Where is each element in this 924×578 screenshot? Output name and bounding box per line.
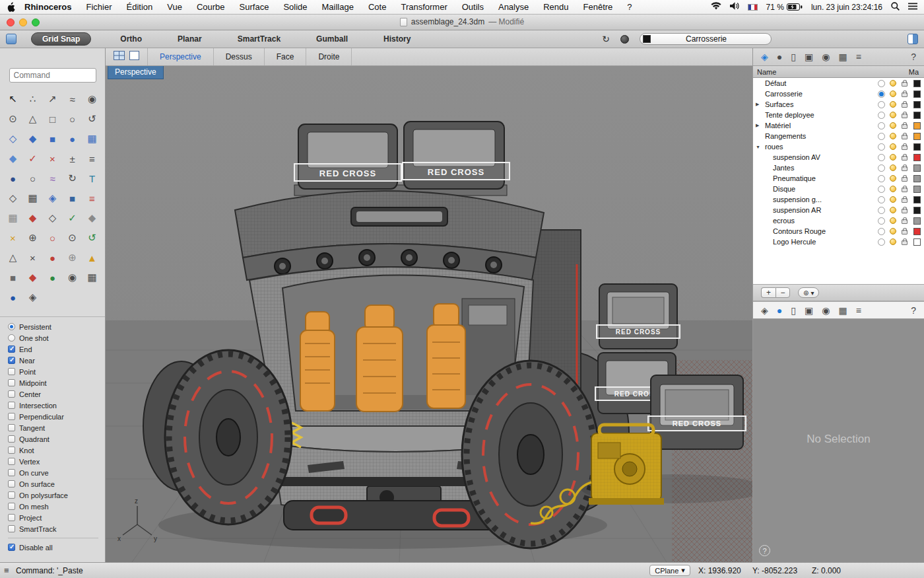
battery-indicator[interactable]: 71 % bbox=[766, 3, 803, 12]
tool-icon[interactable]: ▦ bbox=[82, 129, 102, 149]
menu-item[interactable]: Courbe bbox=[197, 2, 225, 12]
tool-icon[interactable]: ○ bbox=[23, 168, 43, 188]
panel-tab-icon[interactable]: ? bbox=[911, 306, 916, 315]
tool-icon[interactable]: ■ bbox=[3, 268, 23, 287]
tool-icon[interactable]: ✓ bbox=[23, 149, 43, 168]
panel-toggle-icon[interactable] bbox=[6, 34, 16, 44]
lock-icon[interactable] bbox=[902, 240, 908, 245]
menu-item[interactable]: Édition bbox=[127, 2, 153, 12]
current-layer-radio[interactable] bbox=[878, 186, 885, 193]
visibility-bulb-icon[interactable] bbox=[890, 143, 896, 150]
visibility-bulb-icon[interactable] bbox=[890, 164, 896, 171]
checkbox[interactable] bbox=[8, 368, 15, 375]
current-layer-radio[interactable] bbox=[878, 154, 885, 161]
lock-icon[interactable] bbox=[902, 135, 908, 139]
right-panel-toggle-icon[interactable] bbox=[908, 34, 918, 44]
osnap-option[interactable]: Vertex bbox=[8, 456, 105, 467]
osnap-option[interactable]: End bbox=[8, 343, 105, 355]
viewport-3d[interactable]: Perspective bbox=[106, 66, 752, 562]
checkbox[interactable] bbox=[8, 447, 15, 454]
lock-icon[interactable] bbox=[902, 188, 908, 192]
checkbox[interactable] bbox=[8, 379, 15, 386]
lock-icon[interactable] bbox=[902, 124, 908, 129]
lock-icon[interactable] bbox=[902, 209, 908, 213]
visibility-bulb-icon[interactable] bbox=[890, 101, 896, 108]
current-layer-radio[interactable] bbox=[878, 101, 885, 108]
current-layer-radio[interactable] bbox=[878, 133, 885, 140]
spotlight-icon[interactable] bbox=[891, 2, 900, 13]
checkbox[interactable] bbox=[8, 345, 15, 353]
menu-item[interactable]: Maillage bbox=[322, 2, 354, 12]
tool-icon[interactable]: T bbox=[82, 168, 102, 188]
disclosure-triangle-icon[interactable]: ▶ bbox=[756, 102, 762, 107]
front-left-wheel[interactable] bbox=[165, 350, 292, 524]
panel-tab-icon[interactable]: ▦ bbox=[838, 306, 847, 315]
seats[interactable] bbox=[300, 304, 465, 412]
tool-icon[interactable]: ± bbox=[63, 149, 82, 168]
osnap-option[interactable]: Near bbox=[8, 355, 105, 366]
layer-color-swatch[interactable] bbox=[913, 90, 921, 98]
tool-icon[interactable]: ◇ bbox=[3, 188, 23, 208]
menu-app-name[interactable]: Rhinoceros bbox=[24, 2, 72, 12]
visibility-bulb-icon[interactable] bbox=[890, 186, 896, 192]
osnap-option[interactable]: Knot bbox=[8, 445, 105, 456]
checkbox[interactable] bbox=[8, 491, 15, 499]
menu-item[interactable]: Fenêtre bbox=[583, 2, 613, 12]
tool-icon[interactable]: △ bbox=[3, 248, 23, 268]
checkbox[interactable] bbox=[8, 503, 15, 510]
visibility-bulb-icon[interactable] bbox=[890, 133, 896, 139]
command-input[interactable] bbox=[9, 68, 96, 83]
panel-tab-icon[interactable]: ▣ bbox=[805, 52, 813, 61]
tool-icon[interactable]: ▲ bbox=[82, 248, 102, 268]
panel-tab-icon[interactable]: ? bbox=[911, 52, 916, 61]
red-cross-strap[interactable]: RED CROSS bbox=[403, 163, 510, 180]
checkbox[interactable] bbox=[8, 480, 15, 488]
checkbox[interactable] bbox=[8, 525, 15, 532]
apple-menu-icon[interactable] bbox=[7, 2, 15, 13]
layer-color-swatch[interactable] bbox=[913, 80, 921, 87]
panel-tab-icon[interactable]: ≡ bbox=[856, 306, 861, 315]
checkbox[interactable] bbox=[8, 424, 15, 431]
tool-icon[interactable]: ○ bbox=[63, 109, 82, 129]
add-layer-button[interactable]: + bbox=[761, 287, 776, 298]
tool-icon[interactable]: × bbox=[3, 228, 23, 248]
tool-icon[interactable]: ⊙ bbox=[63, 228, 82, 248]
tool-icon[interactable]: ↖ bbox=[3, 89, 23, 109]
osnap-option[interactable]: Perpendicular bbox=[8, 411, 105, 422]
viewport-tab[interactable]: Face bbox=[265, 48, 307, 65]
viewport-tab[interactable]: Dessus bbox=[214, 48, 265, 65]
current-layer-radio[interactable] bbox=[878, 238, 885, 246]
menu-item[interactable]: Solide bbox=[283, 2, 307, 12]
tool-icon[interactable]: ↺ bbox=[82, 109, 102, 129]
layer-color-swatch[interactable] bbox=[913, 207, 921, 214]
disclosure-triangle-icon[interactable]: ▶ bbox=[756, 123, 762, 128]
delete-layer-button[interactable]: − bbox=[776, 287, 790, 298]
radio-button[interactable] bbox=[8, 334, 15, 342]
supply-crate-right[interactable]: RED CROSS bbox=[648, 375, 746, 449]
tool-icon[interactable]: ≡ bbox=[82, 149, 102, 168]
panel-tab-icon[interactable]: ▯ bbox=[791, 306, 796, 315]
panel-tab-icon[interactable]: ▣ bbox=[805, 306, 813, 315]
viewport-tab[interactable]: Droite bbox=[306, 48, 352, 65]
lock-icon[interactable] bbox=[902, 230, 908, 235]
layer-color-swatch[interactable] bbox=[913, 133, 921, 140]
tool-icon[interactable]: △ bbox=[23, 109, 43, 129]
osnap-disable-all-option[interactable]: Disable all bbox=[8, 542, 105, 553]
tool-icon[interactable]: ↺ bbox=[82, 228, 102, 248]
current-layer-radio[interactable] bbox=[878, 164, 885, 172]
current-layer-radio[interactable] bbox=[878, 112, 885, 119]
visibility-bulb-icon[interactable] bbox=[890, 228, 896, 235]
layer-row[interactable]: Rangements bbox=[753, 131, 924, 141]
mode-toggle-button[interactable]: History bbox=[383, 34, 411, 44]
tool-icon[interactable]: ◆ bbox=[23, 129, 43, 149]
menu-clock[interactable]: lun. 23 juin 23:24:16 bbox=[811, 3, 882, 12]
current-layer-radio[interactable] bbox=[878, 80, 885, 87]
help-button[interactable]: ? bbox=[759, 545, 770, 556]
visibility-bulb-icon[interactable] bbox=[890, 154, 896, 161]
grid-snap-button[interactable]: Grid Snap bbox=[31, 32, 91, 46]
layer-color-swatch[interactable] bbox=[913, 196, 921, 203]
tool-icon[interactable]: ≡ bbox=[82, 188, 102, 208]
layer-row[interactable]: Carrosserie bbox=[753, 89, 924, 99]
tool-icon[interactable]: ● bbox=[3, 287, 23, 307]
viewport-tab[interactable]: Perspective bbox=[148, 48, 214, 65]
